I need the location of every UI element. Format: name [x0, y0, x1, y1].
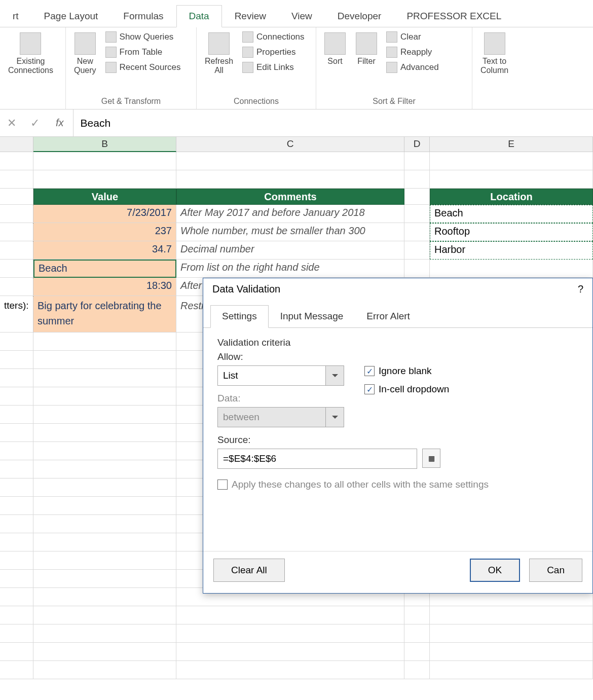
- properties-icon: [242, 47, 253, 58]
- tab-view[interactable]: View: [279, 5, 325, 27]
- cell-comment-3[interactable]: Decimal number: [176, 241, 404, 260]
- header-location: Location: [430, 189, 593, 205]
- dialog-tab-input-message[interactable]: Input Message: [269, 305, 355, 327]
- from-table-button[interactable]: From Table: [103, 46, 183, 59]
- recent-sources-button[interactable]: Recent Sources: [103, 61, 183, 74]
- formula-input[interactable]: [73, 109, 593, 136]
- chevron-down-icon[interactable]: [326, 365, 344, 386]
- chevron-down-icon: [326, 407, 344, 427]
- cell-value-6[interactable]: Big party for celebrating the summer: [33, 296, 176, 333]
- cell-location-1[interactable]: Beach: [430, 205, 593, 223]
- reapply-icon: [386, 47, 397, 58]
- data-validation-dialog: Data Validation ? Settings Input Message…: [203, 278, 593, 594]
- sort-icon: [324, 32, 346, 55]
- advanced-icon: [386, 62, 397, 73]
- new-query-icon: [75, 32, 96, 55]
- refresh-all-button[interactable]: Refresh All: [202, 30, 236, 77]
- header-comments: Comments: [176, 189, 404, 205]
- show-queries-icon: [105, 31, 117, 43]
- cell-comment-1[interactable]: After May 2017 and before January 2018: [176, 205, 404, 223]
- cell-value-2[interactable]: 237: [33, 223, 176, 241]
- incell-dropdown-checkbox[interactable]: ✓In-cell dropdown: [364, 384, 449, 395]
- group-label-sort-filter: Sort & Filter: [321, 96, 467, 108]
- cancel-button[interactable]: Can: [529, 559, 582, 582]
- col-c[interactable]: C: [176, 137, 404, 152]
- tab-pagelayout[interactable]: Page Layout: [31, 5, 111, 27]
- connections-icon: [242, 31, 253, 43]
- column-headers: B C D E: [0, 137, 593, 152]
- cell-value-5[interactable]: 18:30: [33, 278, 176, 296]
- cell-location-2[interactable]: Rooftop: [430, 223, 593, 241]
- edit-links-button[interactable]: Edit Links: [240, 61, 307, 74]
- accept-formula-icon[interactable]: ✓: [23, 117, 47, 130]
- refresh-icon: [208, 32, 230, 55]
- allow-label: Allow:: [217, 351, 344, 362]
- clear-all-button[interactable]: Clear All: [213, 559, 285, 582]
- tab-developer[interactable]: Developer: [325, 5, 394, 27]
- group-label-connections: Connections: [202, 96, 311, 108]
- clear-filter-button[interactable]: Clear: [384, 30, 441, 44]
- cell-comment-2[interactable]: Whole number, must be smaller than 300: [176, 223, 404, 241]
- data-combo: between: [217, 407, 344, 427]
- from-table-icon: [105, 47, 117, 58]
- cancel-formula-icon[interactable]: ✕: [0, 117, 23, 130]
- header-value: Value: [33, 189, 176, 205]
- formula-bar: ✕ ✓ fx: [0, 109, 593, 137]
- range-picker-icon[interactable]: ▦: [422, 449, 440, 468]
- data-label: Data:: [217, 393, 344, 404]
- criteria-heading: Validation criteria: [217, 337, 578, 348]
- apply-all-checkbox[interactable]: Apply these changes to all other cells w…: [217, 479, 578, 490]
- reapply-button[interactable]: Reapply: [384, 46, 441, 59]
- col-d[interactable]: D: [404, 137, 430, 152]
- ok-button[interactable]: OK: [470, 559, 520, 582]
- col-e[interactable]: E: [430, 137, 593, 152]
- recent-sources-icon: [105, 62, 117, 73]
- ignore-blank-checkbox[interactable]: ✓Ignore blank: [364, 365, 449, 377]
- clear-icon: [386, 31, 397, 43]
- filter-button[interactable]: Filter: [353, 30, 380, 68]
- text-to-columns-button[interactable]: Text to Column: [477, 30, 511, 77]
- new-query-button[interactable]: New Query: [71, 30, 99, 77]
- source-input[interactable]: [217, 449, 417, 469]
- col-b[interactable]: B: [33, 137, 176, 152]
- connections-button[interactable]: Connections: [240, 30, 307, 44]
- dialog-help-icon[interactable]: ?: [578, 283, 583, 295]
- cell-comment-4[interactable]: From list on the right hand side: [176, 260, 404, 278]
- properties-button[interactable]: Properties: [240, 46, 307, 59]
- advanced-filter-button[interactable]: Advanced: [384, 61, 441, 74]
- tab-formulas[interactable]: Formulas: [110, 5, 176, 27]
- existing-connections-icon: [20, 32, 41, 55]
- dialog-title: Data Validation: [212, 283, 280, 295]
- sort-button[interactable]: Sort: [321, 30, 349, 68]
- ribbon-tabs: rt Page Layout Formulas Data Review View…: [0, 0, 593, 27]
- fx-icon[interactable]: fx: [47, 117, 73, 129]
- ribbon: Existing Connections New Query Show Quer…: [0, 27, 593, 109]
- dialog-tab-settings[interactable]: Settings: [210, 305, 269, 328]
- row-label-stub: tters):: [0, 296, 33, 333]
- cell-value-3[interactable]: 34.7: [33, 241, 176, 260]
- tab-insert[interactable]: rt: [0, 5, 31, 27]
- cell-value-4-selected[interactable]: Beach: [33, 260, 176, 278]
- tab-data[interactable]: Data: [176, 5, 222, 27]
- edit-links-icon: [242, 62, 253, 73]
- cell-value-1[interactable]: 7/23/2017: [33, 205, 176, 223]
- dialog-tab-error-alert[interactable]: Error Alert: [355, 305, 422, 327]
- tab-professor-excel[interactable]: PROFESSOR EXCEL: [394, 5, 514, 27]
- allow-combo[interactable]: List: [217, 365, 344, 386]
- text-to-columns-icon: [484, 32, 505, 55]
- filter-icon: [356, 32, 377, 55]
- source-label: Source:: [217, 434, 440, 446]
- cell-location-3[interactable]: Harbor: [430, 241, 593, 260]
- group-label-get-transform: Get & Transform: [71, 96, 191, 108]
- show-queries-button[interactable]: Show Queries: [103, 30, 183, 44]
- tab-review[interactable]: Review: [222, 5, 279, 27]
- existing-connections-button[interactable]: Existing Connections: [5, 30, 56, 77]
